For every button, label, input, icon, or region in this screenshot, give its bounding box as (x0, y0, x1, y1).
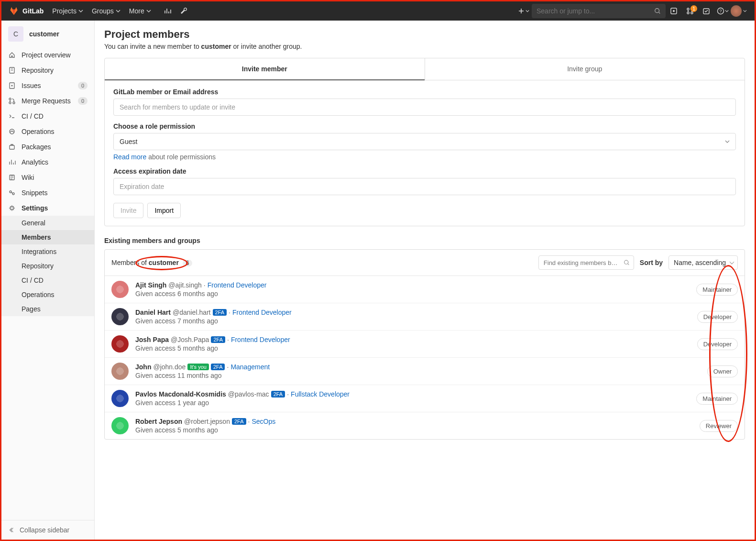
help-icon[interactable]: ? (714, 1, 731, 21)
member-role-link[interactable]: Fullstack Developer (291, 390, 350, 398)
settings-sub-integrations[interactable]: Integrations (22, 244, 94, 259)
member-row: Robert Jepson @robert.jepson 2FA · SecOp… (105, 412, 745, 439)
issues-icon[interactable] (666, 1, 682, 21)
sidebar-item-operations[interactable]: Operations (1, 124, 94, 139)
settings-sub-operations[interactable]: Operations (22, 287, 94, 302)
member-row: Daniel Hart @daniel.hart 2FA · Frontend … (105, 303, 745, 331)
search-input[interactable] (537, 7, 654, 15)
sidebar-item-analytics[interactable]: Analytics (1, 155, 94, 170)
svg-point-20 (11, 207, 13, 210)
invite-button[interactable]: Invite (113, 203, 143, 218)
member-access-text: Given access 7 months ago (135, 317, 697, 325)
member-role-link[interactable]: Frontend Developer (208, 281, 267, 289)
sidebar-icon (8, 143, 16, 151)
gitlab-logo-icon[interactable] (9, 6, 19, 16)
member-avatar-icon[interactable] (111, 281, 129, 298)
nav-more[interactable]: More (129, 7, 151, 15)
permission-select[interactable]: Developer (697, 338, 738, 350)
role-select[interactable]: Guest (113, 133, 736, 150)
svg-point-19 (12, 193, 14, 195)
member-avatar-icon[interactable] (111, 335, 129, 353)
member-row: Ajit Singh @ajit.singh · Frontend Develo… (105, 276, 745, 303)
settings-sub-general[interactable]: General (22, 216, 94, 230)
member-name[interactable]: Robert Jepson (135, 418, 182, 425)
import-button[interactable]: Import (147, 203, 181, 218)
settings-sub-ci-cd[interactable]: CI / CD (22, 273, 94, 287)
plus-icon[interactable] (515, 1, 532, 21)
svg-point-5 (691, 12, 693, 14)
collapse-sidebar[interactable]: Collapse sidebar (1, 520, 94, 540)
sidebar-item-ci-cd[interactable]: CI / CD (1, 109, 94, 124)
sidebar-icon (8, 158, 16, 166)
activity-icon[interactable] (160, 1, 176, 21)
2fa-badge: 2FA (213, 309, 227, 316)
read-more-link[interactable]: Read more (113, 153, 146, 161)
2fa-badge: 2FA (232, 418, 246, 425)
brand-label[interactable]: GitLab (22, 7, 44, 15)
member-access-text: Given access 6 months ago (135, 290, 696, 298)
member-name[interactable]: Daniel Hart (135, 309, 171, 316)
merge-requests-icon[interactable]: 1 (682, 1, 698, 21)
member-name[interactable]: Josh Papa (135, 336, 169, 343)
sidebar-item-packages[interactable]: Packages (1, 139, 94, 155)
settings-sub-pages[interactable]: Pages (22, 302, 94, 316)
sidebar-item-project-overview[interactable]: Project overview (1, 47, 94, 63)
svg-point-3 (687, 8, 689, 10)
member-role-link[interactable]: SecOps (252, 418, 275, 425)
mr-count-badge: 1 (690, 5, 697, 12)
sidebar-item-repository[interactable]: Repository (1, 63, 94, 78)
member-avatar-icon[interactable] (111, 390, 129, 407)
settings-sub-repository[interactable]: Repository (22, 259, 94, 273)
member-search-input[interactable] (113, 99, 736, 116)
member-avatar-icon[interactable] (111, 308, 129, 325)
wrench-icon[interactable] (176, 1, 192, 21)
find-members[interactable] (538, 255, 634, 270)
svg-point-18 (10, 191, 11, 193)
member-name[interactable]: John (135, 363, 151, 371)
nav-groups[interactable]: Groups (92, 7, 121, 15)
sidebar-icon (8, 66, 16, 74)
sidebar-item-issues[interactable]: Issues0 (1, 78, 94, 93)
member-avatar-icon[interactable] (111, 417, 129, 434)
member-name[interactable]: Ajit Singh (135, 281, 166, 289)
member-name[interactable]: Pavlos Macdonald-Kosmidis (135, 390, 226, 398)
member-role-link[interactable]: Management (230, 363, 270, 371)
permission-select[interactable]: Reviewer (700, 420, 738, 432)
its-you-badge: It's you (187, 364, 209, 370)
svg-point-13 (9, 102, 11, 104)
nav-projects[interactable]: Projects (52, 7, 83, 15)
settings-sub-members[interactable]: Members (1, 230, 94, 244)
sidebar-item-settings[interactable]: Settings (1, 200, 94, 216)
sidebar-icon (8, 51, 16, 59)
member-avatar-icon[interactable] (111, 363, 129, 380)
sidebar-icon (8, 128, 16, 135)
role-help: Read more about role permissions (113, 153, 736, 161)
find-members-input[interactable] (544, 259, 619, 266)
sidebar-item-snippets[interactable]: Snippets (1, 185, 94, 200)
label-member: GitLab member or Email address (113, 88, 736, 96)
existing-members-title: Existing members and groups (104, 237, 745, 244)
sort-select[interactable]: Name, ascending (668, 255, 738, 270)
member-access-text: Given access 11 months ago (135, 372, 707, 379)
sidebar-item-merge-requests[interactable]: Merge Requests0 (1, 93, 94, 109)
permission-select[interactable]: Owner (707, 365, 738, 377)
member-role-link[interactable]: Frontend Developer (231, 336, 290, 343)
permission-select[interactable]: Maintainer (696, 393, 738, 405)
member-username: @robert.jepson (184, 418, 230, 425)
expiration-input[interactable] (113, 178, 736, 195)
permission-select[interactable]: Maintainer (696, 284, 738, 296)
sidebar-icon (8, 82, 16, 89)
tab-invite-group[interactable]: Invite group (425, 58, 745, 80)
member-access-text: Given access 1 year ago (135, 399, 696, 407)
member-role-link[interactable]: Frontend Developer (232, 309, 292, 316)
sidebar-item-wiki[interactable]: Wiki (1, 170, 94, 185)
todos-icon[interactable] (698, 1, 714, 21)
user-menu[interactable] (731, 1, 747, 21)
permission-select[interactable]: Developer (697, 311, 738, 323)
tab-invite-member[interactable]: Invite member (105, 58, 425, 80)
project-header[interactable]: C customer (1, 21, 94, 47)
member-username: @john.doe (153, 363, 186, 371)
search-icon (654, 8, 661, 14)
global-search[interactable] (532, 4, 666, 18)
member-access-text: Given access 5 months ago (135, 426, 700, 434)
